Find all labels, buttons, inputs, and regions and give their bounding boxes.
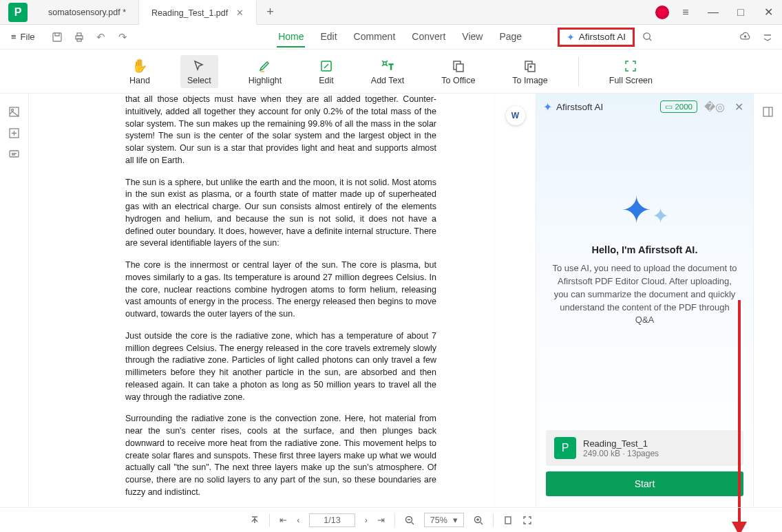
panel-toggle-icon[interactable] <box>759 28 776 46</box>
first-page-icon[interactable] <box>250 515 260 525</box>
para: Just outside the core is the radiative z… <box>125 330 436 404</box>
tool-tooffice[interactable]: To Office <box>434 55 482 88</box>
credits-value: 2000 <box>675 103 693 111</box>
menu-page[interactable]: Page <box>498 27 523 47</box>
sparkle-icon: ✦ <box>567 32 575 43</box>
pdf-icon: P <box>554 437 576 459</box>
zoom-value: 75% <box>430 515 447 525</box>
close-window-icon[interactable]: ✕ <box>754 0 782 25</box>
svg-rect-19 <box>505 517 511 524</box>
ai-file-card: P Reading_Test_1 249.00 kB · 13pages <box>546 430 743 466</box>
tool-select[interactable]: Select <box>180 55 218 88</box>
tool-label: To Office <box>441 76 475 85</box>
credits-badge[interactable]: ▭ 2000 <box>660 100 697 113</box>
tool-label: Add Text <box>371 76 404 85</box>
menu-comment[interactable]: Comment <box>352 27 397 47</box>
app-logo[interactable]: P <box>8 3 28 22</box>
page-first-icon[interactable]: ⇤ <box>279 515 287 525</box>
hamburger-icon[interactable]: ≡ <box>672 0 699 25</box>
page-input[interactable]: 1/13 <box>309 513 355 527</box>
image-icon <box>523 58 537 74</box>
tab-label: Reading_Test_1.pdf <box>151 8 228 18</box>
tool-label: Select <box>187 76 211 85</box>
zoom-select[interactable]: 75%▾ <box>424 513 464 527</box>
bookmarks-icon[interactable] <box>8 127 20 139</box>
cloud-icon[interactable] <box>737 28 754 46</box>
document-view[interactable]: that all those objects must have when th… <box>29 94 494 507</box>
tool-toimage[interactable]: To Image <box>505 55 554 88</box>
word-badge-icon[interactable]: W <box>506 106 525 125</box>
svg-rect-3 <box>77 39 81 41</box>
settings-icon[interactable]: �◎ <box>701 100 728 114</box>
svg-point-13 <box>12 109 14 111</box>
ai-button[interactable]: ✦ Afirstsoft AI <box>558 28 635 47</box>
presentation-icon[interactable] <box>522 515 532 525</box>
avatar[interactable] <box>655 6 669 19</box>
ai-desc: To use AI, you need to upload the docume… <box>551 262 738 327</box>
menu-home[interactable]: Home <box>277 27 305 47</box>
fullscreen-icon <box>624 58 637 74</box>
comments-icon[interactable] <box>8 149 20 160</box>
office-icon <box>452 58 465 74</box>
minimize-icon[interactable]: — <box>699 0 727 25</box>
close-tab-icon[interactable]: ✕ <box>236 8 244 18</box>
tool-edit[interactable]: Edit <box>312 55 341 88</box>
highlight-icon <box>258 58 272 74</box>
file-label: File <box>21 32 35 42</box>
redo-icon[interactable]: ↷ <box>114 28 133 47</box>
svg-rect-0 <box>53 33 61 41</box>
thumbnails-icon[interactable] <box>8 106 20 118</box>
ai-hello: Hello, I'm Afirstsoft AI. <box>592 244 698 255</box>
divider <box>394 514 395 526</box>
maximize-icon[interactable]: □ <box>727 0 754 25</box>
tool-label: Edit <box>319 76 334 85</box>
print-icon[interactable] <box>70 28 89 47</box>
hand-icon: ✋ <box>131 58 148 74</box>
save-icon[interactable] <box>47 28 67 47</box>
menu-convert[interactable]: Convert <box>410 27 447 47</box>
search-icon[interactable] <box>639 28 657 46</box>
tool-label: Hand <box>129 76 150 85</box>
chevron-down-icon: ▾ <box>453 515 458 525</box>
tab-label: somatosensory.pdf * <box>48 8 126 17</box>
svg-point-4 <box>644 33 650 39</box>
svg-rect-10 <box>528 64 535 72</box>
svg-rect-16 <box>763 107 772 116</box>
menu-view[interactable]: View <box>461 27 484 47</box>
file-menu[interactable]: ≡ File <box>6 32 41 42</box>
tool-hand[interactable]: ✋ Hand <box>123 55 157 88</box>
divider <box>493 514 494 526</box>
start-button[interactable]: Start <box>546 471 743 496</box>
page-last-icon[interactable]: ⇥ <box>377 515 385 525</box>
tool-fullscreen[interactable]: Full Screen <box>602 55 659 88</box>
tab-1[interactable]: somatosensory.pdf * <box>36 0 139 25</box>
tab-2[interactable]: Reading_Test_1.pdf ✕ <box>139 0 257 25</box>
zoom-in-icon[interactable] <box>474 515 483 525</box>
new-tab-button[interactable]: + <box>257 5 284 19</box>
close-panel-icon[interactable]: ✕ <box>732 100 746 114</box>
page-next-icon[interactable]: › <box>365 515 368 525</box>
tool-highlight[interactable]: Highlight <box>242 55 289 88</box>
divider <box>269 514 270 526</box>
cursor-icon <box>193 58 205 74</box>
para: Surrounding the radiative zone is the co… <box>125 413 436 498</box>
menu-edit[interactable]: Edit <box>319 27 338 47</box>
svg-rect-8 <box>456 64 463 72</box>
right-panel-icon[interactable] <box>762 106 774 507</box>
fit-page-icon[interactable] <box>503 515 513 525</box>
svg-text:T: T <box>389 63 393 71</box>
annotation-arrow <box>738 300 741 532</box>
ai-panel-title: Afirstsoft AI <box>556 102 603 112</box>
tool-label: Full Screen <box>609 76 653 85</box>
sparkle-icon: ✦ <box>543 100 552 114</box>
undo-icon[interactable]: ↶ <box>92 28 111 47</box>
file-meta: 249.00 kB · 13pages <box>583 449 659 458</box>
para: The sun is a sphere, but unlike the eart… <box>125 177 436 251</box>
page-prev-icon[interactable]: ‹ <box>297 515 299 525</box>
tool-label: To Image <box>512 76 547 85</box>
zoom-out-icon[interactable] <box>405 515 414 525</box>
tool-addtext[interactable]: T Add Text <box>364 55 411 88</box>
text-icon: T <box>381 58 394 74</box>
divider <box>578 56 579 87</box>
para: that all those objects must have when th… <box>125 94 436 167</box>
